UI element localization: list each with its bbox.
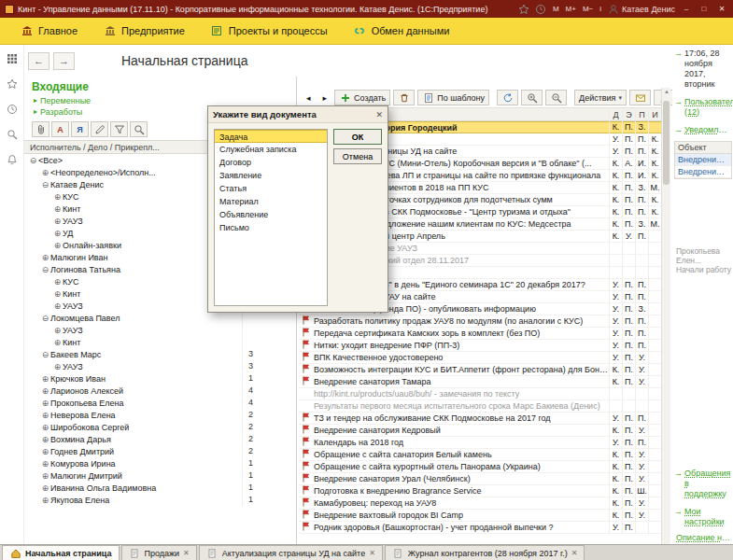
expand-icon[interactable]: ⊕ xyxy=(40,386,50,396)
rail-history-clock-button[interactable] xyxy=(4,101,21,118)
documents-vscrollbar[interactable]: ▲ ▼ xyxy=(661,88,670,560)
tree-toolbar-font-ya-button[interactable]: Я xyxy=(71,121,89,137)
document-row[interactable]: Внедрение санатория Урал (Челябинск)К.П.… xyxy=(299,473,661,485)
document-type-option[interactable]: Задача xyxy=(215,130,327,143)
tree-toolbar-font-a-button[interactable]: А xyxy=(51,121,69,137)
maximize-icon[interactable]: □ xyxy=(698,5,711,13)
tree-row[interactable]: ⊕УАУЗ xyxy=(24,324,296,336)
expand-icon[interactable]: ⊕ xyxy=(40,471,50,481)
expand-icon[interactable]: ⊕ xyxy=(40,253,50,262)
expand-icon[interactable]: ⊕ xyxy=(40,496,50,505)
expand-icon[interactable]: ⊕ xyxy=(40,435,50,444)
object-row[interactable]: Внедрение санато... xyxy=(675,166,731,178)
doc-toolbar-by-template-button[interactable]: По шаблону xyxy=(417,90,489,105)
expand-icon[interactable]: ⊕ xyxy=(40,483,50,493)
document-type-option[interactable]: Письмо xyxy=(215,221,327,234)
doc-toolbar-actions-button[interactable]: Действия▾ xyxy=(574,90,627,105)
expand-icon[interactable]: ⊕ xyxy=(52,326,63,335)
document-row[interactable]: http://kint.ru/products/uau8/buh/ - заме… xyxy=(299,388,661,400)
document-type-option[interactable]: Материал xyxy=(215,195,327,208)
menu-item-main[interactable]: Главное xyxy=(7,18,91,45)
object-row[interactable]: Внедрение санато... xyxy=(675,154,731,166)
menu-item-exchange[interactable]: Обмен данными xyxy=(341,18,463,45)
menu-item-projects[interactable]: Проекты и процессы xyxy=(198,18,341,45)
expand-icon[interactable]: ⊕ xyxy=(40,447,50,456)
doc-toolbar-delete-button[interactable] xyxy=(393,90,415,105)
titlebar-mini-2[interactable]: М− xyxy=(582,5,594,13)
window-tab-2[interactable]: Актуализация страницы УД на сайте✕ xyxy=(199,545,383,560)
document-type-option[interactable]: Заявление xyxy=(215,169,327,182)
expand-icon[interactable]: ⊕ xyxy=(52,277,63,287)
tree-row[interactable]: ⊕Крючков Иван1 xyxy=(24,372,296,385)
titlebar-mini-0[interactable]: М xyxy=(552,5,560,13)
titlebar-mini-3[interactable]: i xyxy=(599,5,602,13)
tree-row[interactable]: ⊕Неверова Елена2 xyxy=(24,409,296,421)
tree-row[interactable]: ⊕Широбокова Сергей2 xyxy=(24,421,296,433)
expand-icon[interactable]: ⊕ xyxy=(52,338,63,347)
doc-toolbar-zoom-out-button[interactable] xyxy=(545,90,567,105)
document-row[interactable]: Обращение с сайта курортный отель Панора… xyxy=(299,461,661,473)
back-button[interactable]: ← xyxy=(28,52,49,70)
tab-close-icon[interactable]: ✕ xyxy=(183,549,190,557)
document-row[interactable]: Нитки: уходит внедрение ПФР (ПП-3)У.П.П. xyxy=(299,340,661,352)
document-row[interactable]: Обращение с сайта санатория Белый камень… xyxy=(299,449,661,461)
collapse-icon[interactable]: ⊖ xyxy=(28,156,38,165)
sidebar-link-1[interactable]: →Пользователи (12) xyxy=(674,97,732,118)
doc-toolbar-zoom-in-button[interactable] xyxy=(521,90,543,105)
rail-menu-grid-button[interactable] xyxy=(4,50,21,67)
document-row[interactable]: Календарь на 2018 годУ.П.П. xyxy=(299,437,661,449)
expand-icon[interactable]: ⊕ xyxy=(52,289,63,299)
expand-icon[interactable]: ⊕ xyxy=(52,301,63,311)
document-type-option[interactable]: Объявление xyxy=(215,208,327,221)
doc-toolbar-forward-button[interactable]: ▸ xyxy=(318,90,332,105)
tree-row[interactable]: ⊕Прокопьева Елена4 xyxy=(24,397,296,409)
doc-toolbar-refresh-button[interactable] xyxy=(497,90,518,105)
window-tab-0[interactable]: Начальная страница xyxy=(2,545,120,560)
tree-row[interactable]: ⊖Бакеев Марс3 xyxy=(24,348,296,360)
document-row[interactable]: Внедрение вахтовый городок BI CampК.П.У. xyxy=(299,510,661,522)
sidebar-link-0[interactable]: →17:06, 28 ноября 2017, вторник xyxy=(674,49,732,90)
document-type-option[interactable]: Статья xyxy=(215,182,327,195)
document-row[interactable]: Внедрение санатория ТамараК.П.У. xyxy=(299,376,661,388)
expand-icon[interactable]: ⊕ xyxy=(52,241,63,250)
window-tab-3[interactable]: Журнал контрагентов (28 ноября 2017 г.)✕ xyxy=(385,545,585,560)
tree-toolbar-search-button[interactable] xyxy=(130,121,148,137)
document-row[interactable]: Внедрение санатория КедровыйК.П.У. xyxy=(299,425,661,437)
expand-icon[interactable]: ⊕ xyxy=(52,362,63,371)
document-row[interactable]: Подготовка к внедрению Bragrance Service… xyxy=(299,485,661,497)
document-row[interactable]: ВПК Качественное удостовереноУ.П.У. xyxy=(299,352,661,364)
doc-toolbar-mail-button[interactable] xyxy=(629,90,651,105)
window-tab-1[interactable]: Продажи✕ xyxy=(121,545,197,560)
expand-icon[interactable]: ⊕ xyxy=(40,411,50,420)
description-link[interactable]: Описание не о... xyxy=(674,533,732,542)
tree-row[interactable]: ⊕Иванина Ольга Вадимовна1 xyxy=(24,482,296,494)
document-row[interactable]: Возможность интеграции КУС и БИТ.Аппетит… xyxy=(299,364,661,376)
tree-toolbar-edit-button[interactable] xyxy=(91,121,108,137)
document-row[interactable]: ТЗ и тендер на обслуживание СКК Подмоско… xyxy=(299,413,661,425)
dialog-ok-button[interactable]: ОК xyxy=(333,129,382,145)
document-row[interactable]: Разработать политику продаж УАУ8 по моду… xyxy=(299,315,661,328)
close-icon[interactable]: ✕ xyxy=(715,5,728,13)
document-type-option[interactable]: Служебная записка xyxy=(215,143,327,156)
tree-row[interactable]: ⊕Малюгин Дмитрий1 xyxy=(24,469,296,482)
tree-toolbar-filter-button[interactable] xyxy=(110,121,128,137)
document-row[interactable]: Результаты первого месяца испытательного… xyxy=(299,400,661,413)
expand-icon[interactable]: ⊕ xyxy=(40,399,50,408)
tab-close-icon[interactable]: ✕ xyxy=(369,549,375,557)
minimize-icon[interactable]: – xyxy=(680,5,693,13)
sidebar-bottom-link-0[interactable]: →Обращения в поддержку xyxy=(674,469,732,499)
tree-row[interactable]: ⊕Комурова Ирина1 xyxy=(24,457,296,469)
titlebar-user[interactable]: Катаев Денис xyxy=(607,3,675,15)
rail-global-search-button[interactable] xyxy=(4,126,21,143)
tree-row[interactable]: ⊕Кинт xyxy=(24,336,296,348)
tree-row[interactable]: ⊕Годнев Дмитрий2 xyxy=(24,445,296,457)
collapse-icon[interactable]: ⊖ xyxy=(40,265,50,274)
collapse-icon[interactable]: ⊖ xyxy=(40,180,50,189)
tree-row[interactable]: ⊖Локомцева Павел xyxy=(24,312,296,324)
document-type-option[interactable]: Договор xyxy=(215,156,327,169)
dialog-cancel-button[interactable]: Отмена xyxy=(333,148,382,164)
tree-row[interactable]: ⊕Ларионов Алексей4 xyxy=(24,385,296,397)
collapse-icon[interactable]: ⊖ xyxy=(40,350,50,359)
vscroll-thumb[interactable] xyxy=(663,101,670,185)
tree-row[interactable]: ⊕Якупова Елена1 xyxy=(24,494,296,506)
